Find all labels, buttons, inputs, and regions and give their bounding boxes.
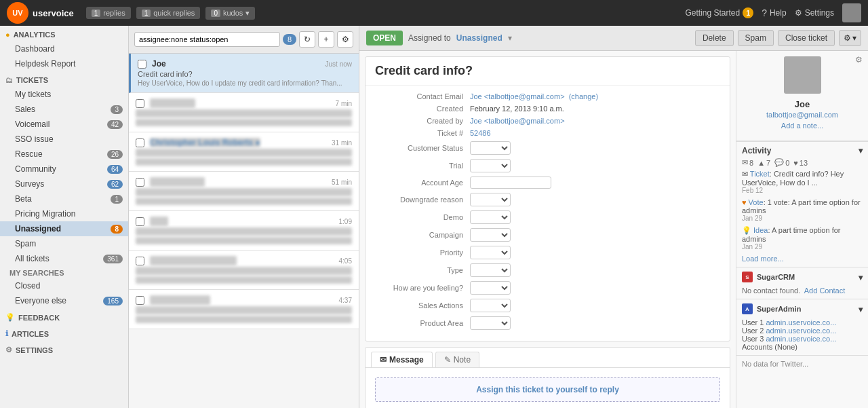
customer-status-select[interactable] — [470, 141, 511, 155]
load-more-link[interactable]: Load more... — [742, 255, 863, 263]
sidebar-item-closed[interactable]: Closed — [0, 278, 128, 293]
ticket-item[interactable]: Pran 1:09 Something maybe customer relat… — [129, 211, 359, 251]
tab-note[interactable]: ✎ Note — [435, 352, 479, 367]
sales-actions-select[interactable] — [470, 299, 511, 312]
trial-select[interactable] — [470, 159, 511, 172]
ticket-checkbox[interactable] — [138, 60, 146, 69]
chevron-down-icon[interactable]: ▾ — [859, 305, 863, 314]
downgrade-reason-select[interactable] — [470, 193, 511, 206]
sidebar-section-feedback[interactable]: 💡 FEEDBACK — [0, 308, 128, 324]
nav-quick-replies[interactable]: 1 quick replies — [136, 7, 201, 19]
sidebar-item-everyone-else[interactable]: Everyone else 165 — [0, 293, 128, 308]
sidebar-item-sales[interactable]: Sales 3 — [0, 102, 128, 117]
ticket-gear-button[interactable]: ⚙ ▾ — [839, 30, 861, 46]
activity-ticket-link[interactable]: Ticket — [750, 170, 770, 178]
nav-kudos[interactable]: 0 kudos ▾ — [205, 7, 255, 20]
campaign-select[interactable] — [470, 228, 511, 242]
search-input[interactable] — [134, 32, 280, 47]
type-select[interactable] — [470, 263, 511, 277]
sidebar-item-beta[interactable]: Beta 1 — [0, 191, 128, 206]
contact-email-link[interactable]: Joe <talbottjoe@gmail.com> — [470, 92, 565, 100]
account-age-input[interactable] — [470, 177, 551, 189]
sidebar-item-voicemail[interactable]: Voicemail 42 — [0, 117, 128, 132]
superadmin-user2-link[interactable]: admin.uservoice.co... — [766, 327, 836, 335]
settings-nav[interactable]: ⚙ Settings — [795, 8, 834, 18]
sidebar-item-surveys[interactable]: Surveys 62 — [0, 177, 128, 191]
ticket-preview: Something maybe customer at Barnsley... — [136, 237, 352, 244]
ticket-item[interactable]: Simon Hart (someone) 4:05 Re: notificati… — [129, 251, 359, 290]
ticket-checkbox[interactable] — [136, 257, 144, 265]
add-note-link[interactable]: Add a note... — [776, 122, 829, 135]
help-nav[interactable]: ? Help — [762, 7, 786, 18]
rescue-label: Rescue — [15, 149, 43, 159]
close-ticket-button[interactable]: Close ticket — [778, 30, 835, 46]
user-email-right[interactable]: talbottjoe@gmail.com — [761, 111, 844, 122]
priority-select[interactable] — [470, 246, 511, 259]
ticket-num-value[interactable]: 52486 — [470, 129, 491, 137]
feeling-select[interactable] — [470, 281, 511, 295]
demo-select[interactable] — [470, 210, 511, 224]
activity-vote-link[interactable]: Vote — [749, 198, 764, 206]
comments-count: 💬 0 — [774, 158, 789, 167]
ticket-item[interactable]: Sarah Miles 7 min Re: UserVoice wants to… — [129, 93, 359, 132]
ticket-item[interactable]: Christopher Louis Roberts ● 31 min Re: U… — [129, 132, 359, 172]
ticket-checkbox[interactable] — [136, 99, 144, 108]
sidebar-section-analytics[interactable]: ● ANALYTICS — [0, 26, 128, 41]
sidebar-item-community[interactable]: Community 64 — [0, 162, 128, 177]
sidebar-item-pricing-migration[interactable]: Pricing Migration — [0, 206, 128, 221]
delete-button[interactable]: Delete — [695, 30, 734, 46]
right-panel-settings-icon[interactable]: ⚙ — [855, 55, 863, 64]
sidebar-item-dashboard[interactable]: Dashboard — [0, 41, 128, 56]
ticket-item[interactable]: Joe Just now Credit card info? Hey UserV… — [129, 54, 359, 93]
spam-button[interactable]: Spam — [738, 30, 774, 46]
add-contact-link[interactable]: Add Contact — [804, 286, 846, 295]
field-product-area: Product Area — [375, 316, 720, 330]
chevron-down-icon[interactable]: ▾ — [859, 146, 863, 155]
sidebar-section-settings[interactable]: ⚙ SETTINGS — [0, 341, 128, 357]
ticket-checkbox[interactable] — [136, 138, 144, 147]
sidebar-item-unassigned[interactable]: Unassigned 8 — [0, 221, 128, 236]
heart-icon: ♥ — [793, 159, 798, 167]
product-area-select[interactable] — [470, 316, 511, 330]
ticket-item[interactable]: Simon Harrison 4:37 No: survey submissio… — [129, 290, 359, 329]
activity-item: ✉ Ticket: Credit card info? Hey UserVoic… — [742, 170, 863, 194]
ticket-checkbox[interactable] — [136, 178, 144, 187]
search-count-badge: 8 — [283, 34, 296, 45]
refresh-button[interactable]: ↻ — [299, 31, 315, 48]
nav-replies[interactable]: 1 replies — [86, 7, 131, 19]
sidebar-item-helpdesk-report[interactable]: Helpdesk Report — [0, 56, 128, 71]
superadmin-user1-link[interactable]: admin.uservoice.co... — [766, 318, 836, 327]
field-created: Created February 12, 2013 9:10 a.m. — [375, 105, 720, 113]
ticket-sender-name: Joe — [152, 59, 166, 69]
sidebar-item-rescue[interactable]: Rescue 26 — [0, 147, 128, 162]
all-tickets-badge: 361 — [103, 255, 123, 263]
email-icon: ✉ — [742, 158, 748, 167]
logo[interactable]: UV uservoice — [7, 2, 74, 24]
sidebar-item-my-tickets[interactable]: My tickets — [0, 87, 128, 102]
sidebar-item-sso-issue[interactable]: SSO issue — [0, 132, 128, 147]
tab-message[interactable]: ✉ Message — [371, 352, 433, 367]
ticket-checkbox[interactable] — [136, 296, 144, 305]
activity-idea-link[interactable]: Idea — [753, 226, 768, 234]
created-by-value[interactable]: Joe <talbottjoe@gmail.com> — [470, 117, 565, 125]
superadmin-user3-link[interactable]: admin.uservoice.co... — [766, 335, 836, 343]
search-settings-button[interactable]: ⚙ — [337, 31, 353, 48]
chevron-down-icon[interactable]: ▾ — [859, 273, 863, 282]
ticket-checkbox[interactable] — [136, 217, 144, 226]
ticket-item[interactable]: Bonnie Bonny 51 min Created and updated … — [129, 172, 359, 211]
closed-label: Closed — [15, 281, 40, 291]
add-ticket-button[interactable]: + — [318, 31, 334, 48]
created-by-label: Created by — [375, 117, 470, 125]
getting-started-nav[interactable]: Getting Started 1 — [685, 7, 753, 18]
user-avatar-top[interactable] — [842, 3, 861, 22]
activity-item: ♥ Vote: 1 vote: A part time option for a… — [742, 198, 863, 222]
change-email-link[interactable]: (change) — [569, 92, 598, 100]
sidebar-section-tickets[interactable]: 🗂 TICKETS — [0, 71, 128, 87]
main-content: OPEN Assigned to Unassigned ▾ Delete Spa… — [359, 26, 868, 408]
sidebar-section-articles[interactable]: ℹ ARTICLES — [0, 324, 128, 341]
assign-ticket-link[interactable]: Assign this ticket to yourself to reply — [375, 377, 720, 402]
sidebar-item-all-tickets[interactable]: All tickets 361 — [0, 251, 128, 266]
chevron-down-icon[interactable]: ▾ — [508, 33, 512, 43]
sidebar-item-spam[interactable]: Spam — [0, 236, 128, 251]
assignee-dropdown[interactable]: Unassigned — [456, 33, 502, 43]
